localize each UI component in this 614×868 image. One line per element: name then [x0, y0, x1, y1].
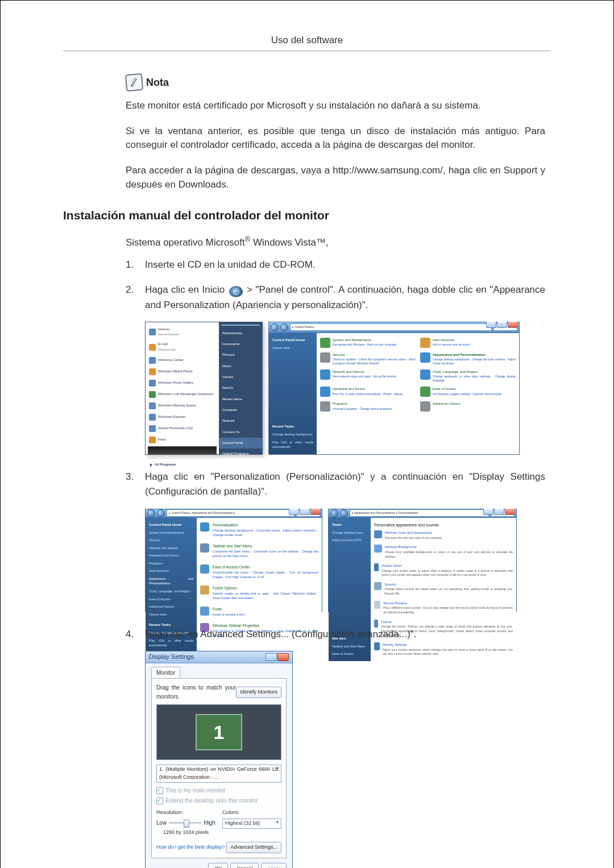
colors-group: Colors: Highest (32 bit) — [222, 808, 281, 836]
minimize-icon[interactable] — [289, 509, 299, 515]
sm-item-meeting[interactable]: Windows Meeting Space — [148, 401, 217, 410]
minimize-icon[interactable] — [483, 509, 493, 515]
nav-back-icon[interactable] — [271, 323, 279, 331]
note-header: Nota — [126, 74, 545, 91]
sm-item-email[interactable]: E-mail Windows Mail — [148, 340, 217, 354]
pz-mouse[interactable]: Mouse PointersPick a different mouse poi… — [374, 601, 513, 615]
address-bar[interactable]: ▸ Appearance and Personalization ▸ Perso… — [350, 509, 489, 517]
checkbox-icon — [156, 798, 163, 804]
sm-place-recent[interactable]: Recent Items — [219, 394, 262, 405]
sm-place-connect[interactable]: Connect To — [219, 427, 262, 438]
close-icon[interactable] — [505, 509, 515, 515]
help-link[interactable]: How do I get the best display? — [156, 844, 225, 852]
sm-item-explorer[interactable]: Windows Explorer — [148, 413, 217, 422]
side-classic[interactable]: Classic View — [272, 346, 313, 351]
nav-forward-icon[interactable] — [157, 509, 165, 517]
side-recent-a[interactable]: Change desktop background — [272, 432, 313, 437]
sm-place-help[interactable]: Help and Support — [219, 459, 262, 470]
sm-place-search[interactable]: Search — [219, 383, 262, 393]
system-icon — [320, 338, 330, 348]
note-icon — [125, 73, 144, 92]
cp-cat-user[interactable]: User AccountsAdd or remove user accounts — [420, 338, 516, 348]
sm-place-control-panel[interactable]: Control Panel — [219, 438, 262, 448]
monitor-preview[interactable]: 1 — [156, 704, 281, 760]
help-icon[interactable] — [265, 653, 277, 661]
note-paragraph-1: Este monitor está certificado por Micros… — [126, 99, 545, 113]
mouse-icon — [374, 601, 380, 609]
monitor-select[interactable]: 1. (Multiple Monitors) on NVIDIA GeForce… — [156, 765, 281, 783]
resolution-group: Resolution: Low High 1280 by 1024 pixels — [156, 808, 215, 836]
window-buttons — [483, 509, 515, 515]
close-icon[interactable] — [310, 509, 321, 515]
close-icon[interactable] — [277, 653, 289, 661]
cp-cat-network[interactable]: Network and InternetView network status … — [320, 369, 416, 382]
ok-button[interactable]: OK — [208, 863, 228, 868]
maximize-icon[interactable] — [300, 509, 310, 515]
sm-item-wlmd[interactable]: Windows Live Messenger Download — [148, 390, 217, 399]
colors-select[interactable]: Highest (32 bit) — [222, 819, 281, 829]
resolution-slider[interactable]: Low High — [156, 819, 215, 828]
apply-button[interactable]: Apply — [261, 863, 287, 868]
cp-cat-additional[interactable]: Additional Options — [420, 401, 516, 412]
check-extend-desktop[interactable]: Extend the desktop onto this monitor — [156, 796, 281, 805]
sm-item-internet[interactable]: Internet Internet Explorer — [148, 326, 217, 339]
start-menu-places: Administrator Documents Pictures Music G… — [219, 322, 262, 454]
address-bar[interactable]: ▸ Control Panel ▸ Appearance and Persona… — [167, 509, 294, 517]
ap-personalization[interactable]: PersonalizationChange desktop background… — [200, 522, 318, 538]
cp-cat-hardware[interactable]: Hardware and SoundPlay CDs or other medi… — [320, 387, 416, 397]
nav-forward-icon[interactable] — [340, 509, 348, 517]
advanced-settings-button[interactable]: Advanced Settings... — [226, 842, 281, 853]
sm-search-bar[interactable] — [148, 446, 217, 455]
sm-item-photoshop[interactable]: Adobe Photoshop CS2 — [148, 424, 217, 433]
side-home[interactable]: Control Panel Home — [272, 338, 313, 343]
nav-back-icon[interactable] — [330, 509, 338, 517]
pz-sounds[interactable]: SoundsChange which sounds are heard when… — [374, 582, 513, 596]
pz-screensaver[interactable]: Screen SaverChange your screen saver or … — [374, 563, 513, 578]
side-recent-b[interactable]: Play CDs or other media automatically — [272, 440, 313, 450]
sm-place-music[interactable]: Music — [219, 361, 262, 372]
address-bar[interactable]: ▸ Control Panel ▸ — [290, 323, 492, 331]
theme-icon — [374, 620, 378, 628]
tab-monitor[interactable]: Monitor — [151, 667, 180, 679]
cp-cat-appearance[interactable]: Appearance and PersonalizationChange des… — [420, 352, 516, 365]
document-page: Uso del software Nota Este monitor está … — [0, 0, 614, 868]
cp-cat-clock[interactable]: Clock, Language, and RegionChange keyboa… — [420, 369, 516, 382]
cp-cat-security[interactable]: SecurityCheck for updates · Check this c… — [320, 352, 416, 365]
cp-cat-ease[interactable]: Ease of AccessLet Windows suggest settin… — [420, 387, 516, 397]
sm-item-wmp[interactable]: Windows Media Player — [148, 367, 217, 376]
cp-cat-programs[interactable]: ProgramsUninstall a program · Change sta… — [320, 401, 416, 412]
cancel-button[interactable]: Cancel — [230, 863, 259, 868]
sm-place-defaults[interactable]: Default Programs — [219, 448, 262, 459]
side-home[interactable]: Control Panel Home — [149, 522, 193, 528]
sm-place-documents[interactable]: Documents — [219, 339, 262, 350]
ap-fonts[interactable]: FontsInstall or remove a font — [200, 607, 318, 617]
personalization-window: ▸ Appearance and Personalization ▸ Perso… — [328, 509, 517, 612]
sm-place-pictures[interactable]: Pictures — [219, 350, 262, 360]
sm-place-user[interactable]: Administrator — [219, 328, 262, 339]
maximize-icon[interactable] — [494, 509, 504, 515]
check-main-monitor[interactable]: This is my main monitor — [156, 786, 281, 795]
sm-place-network[interactable]: Network — [219, 416, 262, 426]
pz-color[interactable]: Window Color and AppearanceFine tune the… — [374, 530, 513, 540]
ap-taskbar[interactable]: Taskbar and Start MenuCustomize the Star… — [200, 543, 318, 559]
nav-forward-icon[interactable] — [280, 323, 288, 331]
pz-background[interactable]: Desktop BackgroundChoose from available … — [374, 545, 513, 559]
ap-ease[interactable]: Ease of Access CenterAccommodate low vis… — [200, 564, 318, 580]
sm-item-welcome[interactable]: Welcome Center — [148, 356, 217, 365]
minimize-icon[interactable] — [486, 322, 496, 328]
identify-monitors-button[interactable]: Identify Monitors — [236, 687, 281, 698]
monitor-1[interactable]: 1 — [196, 714, 242, 750]
ap-folder[interactable]: Folder OptionsSpecify single- or double-… — [200, 585, 318, 601]
sm-place-games[interactable]: Games — [219, 372, 262, 383]
maximize-icon[interactable] — [497, 322, 507, 328]
sm-place-computer[interactable]: Computer — [219, 405, 262, 416]
sm-item-sub: Windows Mail — [158, 348, 176, 351]
resolution-value: 1280 by 1024 pixels — [156, 829, 215, 837]
dialog-footer: OK Cancel Apply — [151, 858, 287, 868]
nav-back-icon[interactable] — [147, 509, 155, 517]
sm-item-paint[interactable]: Paint — [148, 435, 217, 445]
sm-item-gallery[interactable]: Windows Photo Gallery — [148, 379, 217, 388]
close-icon[interactable] — [508, 322, 518, 328]
cp-cat-system[interactable]: System and MaintenanceGet started with W… — [320, 338, 416, 348]
fonts-icon — [200, 607, 209, 616]
